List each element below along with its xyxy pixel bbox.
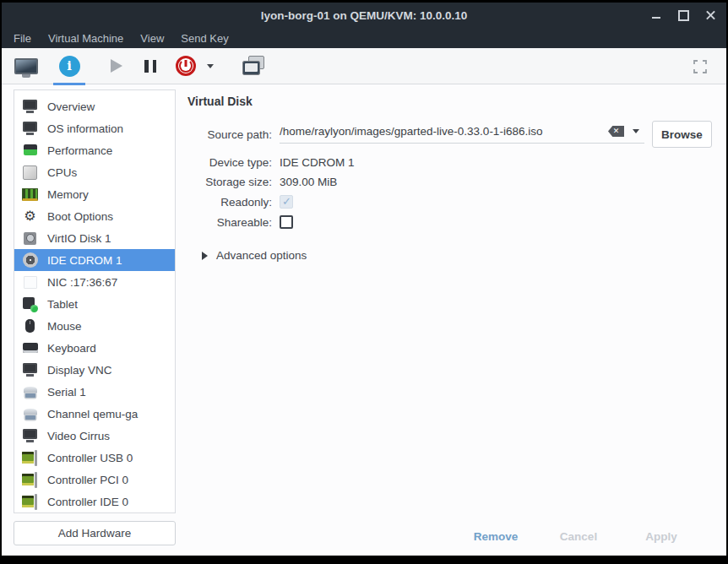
entry-dropdown-caret-icon[interactable] [633, 129, 639, 133]
source-path-controls: ✕ Browse [280, 121, 712, 148]
action-bar: Remove Cancel Apply [187, 517, 711, 556]
sidebar-item-label: Overview [47, 100, 95, 113]
toolbar: i [2, 48, 726, 84]
shareable-row: Shareable: [187, 215, 711, 229]
browse-button[interactable]: Browse [652, 121, 712, 148]
device-type-row: Device type: IDE CDROM 1 [187, 156, 711, 169]
sidebar-item-label: Keyboard [47, 342, 96, 355]
main-panel: Virtual Disk Source path: ✕ Browse Devic… [177, 84, 726, 556]
sidebar-item-controller-pci-0[interactable]: Controller PCI 0 [14, 469, 175, 491]
menu-virtual-machine[interactable]: Virtual Machine [40, 28, 132, 48]
source-path-row: Source path: ✕ Browse [187, 121, 711, 148]
sidebar-item-ide-cdrom-1[interactable]: IDE CDROM 1 [14, 249, 175, 271]
window-controls [649, 3, 718, 28]
show-details-button[interactable]: i [52, 52, 86, 80]
sidebar-item-label: Controller IDE 0 [47, 496, 128, 508]
pci-card-icon [22, 450, 38, 466]
readonly-row: Readonly: [187, 195, 711, 209]
disk-icon [22, 230, 38, 247]
menubar: File Virtual Machine View Send Key [2, 28, 726, 48]
sidebar-item-os-information[interactable]: OS information [14, 117, 175, 139]
hardware-list[interactable]: OverviewOS informationPerformanceCPUsMem… [14, 89, 176, 513]
sidebar-item-virtio-disk-1[interactable]: VirtIO Disk 1 [14, 227, 175, 249]
console-monitor-icon [14, 58, 38, 74]
shareable-label: Shareable: [187, 216, 272, 229]
apply-button: Apply [637, 530, 686, 543]
sidebar-item-channel-qemu-ga[interactable]: Channel qemu-ga [14, 403, 175, 425]
sidebar-item-controller-ide-0[interactable]: Controller IDE 0 [14, 491, 175, 512]
storage-size-row: Storage size: 309.00 MiB [187, 176, 711, 188]
sidebar-item-video-cirrus[interactable]: Video Cirrus [14, 425, 175, 447]
readonly-label: Readonly: [187, 196, 272, 209]
sidebar-item-label: Mouse [47, 320, 82, 333]
menu-view[interactable]: View [132, 28, 172, 48]
fullscreen-icon[interactable] [693, 59, 708, 74]
storage-size-label: Storage size: [187, 176, 272, 188]
sidebar-item-label: Controller PCI 0 [47, 474, 128, 486]
sidebar-item-tablet[interactable]: Tablet [14, 293, 175, 315]
sidebar-item-overview[interactable]: Overview [14, 95, 175, 117]
sidebar-item-controller-usb-0[interactable]: Controller USB 0 [14, 447, 175, 469]
pause-button[interactable] [144, 59, 157, 73]
page-title: Virtual Disk [187, 95, 711, 108]
device-type-value: IDE CDROM 1 [280, 156, 711, 169]
show-console-button[interactable] [14, 56, 38, 76]
cancel-button: Cancel [554, 530, 603, 543]
close-icon[interactable] [703, 8, 718, 23]
sidebar-item-label: OS information [47, 122, 123, 135]
performance-icon [22, 143, 38, 159]
monitor-icon [22, 362, 38, 378]
sidebar-item-label: Channel qemu-ga [47, 408, 138, 420]
sidebar-item-label: NIC :17:36:67 [47, 276, 117, 289]
sidebar-item-mouse[interactable]: Mouse [14, 315, 175, 337]
pause-icon [144, 60, 149, 73]
source-path-input[interactable] [280, 125, 608, 138]
shareable-checkbox[interactable] [280, 215, 293, 229]
readonly-checkbox [280, 195, 293, 209]
sidebar-item-label: Video Cirrus [47, 430, 110, 442]
sidebar-item-nic[interactable]: NIC :17:36:67 [14, 271, 175, 293]
monitor-icon [22, 99, 38, 115]
sidebar-item-boot-options[interactable]: Boot Options [14, 205, 175, 227]
window-title: lyon-borg-01 on QEMU/KVM: 10.0.0.10 [2, 9, 726, 22]
virt-manager-window: lyon-borg-01 on QEMU/KVM: 10.0.0.10 File… [2, 3, 726, 556]
add-hardware-row: Add Hardware [14, 513, 177, 552]
menu-file[interactable]: File [5, 28, 40, 48]
maximize-icon[interactable] [676, 8, 691, 23]
advanced-options-label: Advanced options [216, 249, 307, 262]
titlebar: lyon-borg-01 on QEMU/KVM: 10.0.0.10 [2, 3, 726, 28]
monitor-icon [22, 428, 38, 444]
sidebar-item-keyboard[interactable]: Keyboard [14, 337, 175, 359]
content-area: OverviewOS informationPerformanceCPUsMem… [2, 84, 726, 556]
mouse-icon [22, 318, 38, 334]
sidebar-item-display-vnc[interactable]: Display VNC [14, 359, 175, 381]
source-path-entry: ✕ [280, 125, 644, 144]
keyboard-icon [22, 340, 38, 356]
sidebar-item-label: Controller USB 0 [47, 452, 133, 464]
gear-icon [22, 209, 38, 225]
storage-size-value: 309.00 MiB [280, 176, 711, 188]
sidebar-item-cpus[interactable]: CPUs [14, 161, 175, 183]
run-button[interactable] [108, 57, 125, 74]
selected-tab-underline [53, 83, 85, 85]
memory-icon [22, 187, 38, 203]
sidebar-item-memory[interactable]: Memory [14, 183, 175, 205]
menu-send-key[interactable]: Send Key [172, 28, 236, 48]
shutdown-button[interactable] [176, 56, 196, 76]
advanced-options-expander[interactable]: Advanced options [187, 249, 711, 262]
sidebar-item-serial-1[interactable]: Serial 1 [14, 381, 175, 403]
clear-entry-icon[interactable]: ✕ [608, 126, 624, 137]
minimize-icon[interactable] [649, 8, 664, 23]
sidebar-item-label: CPUs [47, 166, 77, 179]
pci-card-icon [22, 494, 38, 510]
vm-windows-icon[interactable] [242, 56, 265, 76]
sidebar-item-label: VirtIO Disk 1 [47, 232, 111, 245]
remove-button[interactable]: Remove [471, 530, 520, 543]
sidebar-item-label: Serial 1 [47, 386, 86, 399]
add-hardware-button[interactable]: Add Hardware [14, 521, 176, 545]
expander-arrow-icon [202, 252, 208, 260]
spacer [187, 262, 711, 517]
sidebar-item-label: Boot Options [47, 210, 113, 223]
shutdown-menu-caret-icon[interactable] [204, 60, 216, 72]
sidebar-item-performance[interactable]: Performance [14, 139, 175, 161]
